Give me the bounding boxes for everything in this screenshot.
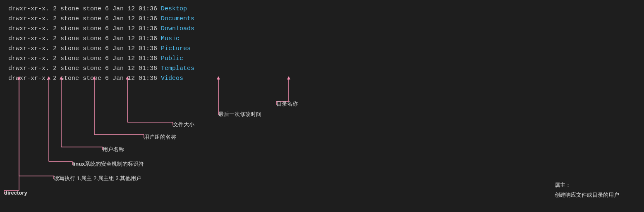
svg-text:最后一次修改时间: 最后一次修改时间 (218, 111, 261, 117)
perm-field: drwxr-xr-x. 2 stone stone 6 Jan 12 01:36 (8, 14, 161, 24)
owner-desc: 创建响应文件或目录的用户 (555, 190, 619, 200)
svg-text:目录名称: 目录名称 (276, 101, 298, 107)
dir-name-field[interactable]: Documents (161, 14, 194, 24)
svg-text:用户组的名称: 用户组的名称 (144, 134, 176, 140)
perm-field: drwxr-xr-x. 2 stone stone 6 Jan 12 01:36 (8, 24, 161, 34)
svg-text:directory: directory (4, 190, 27, 196)
table-row: drwxr-xr-x. 2 stone stone 6 Jan 12 01:36… (8, 34, 636, 44)
svg-text:文件大小: 文件大小 (173, 121, 194, 128)
dir-name-field[interactable]: Pictures (161, 44, 191, 54)
perm-field: drwxr-xr-x. 2 stone stone 6 Jan 12 01:36 (8, 64, 161, 74)
svg-text:linux系统的安全机制的标识符: linux系统的安全机制的标识符 (72, 161, 144, 167)
dir-name-field[interactable]: Videos (161, 74, 183, 84)
svg-text:用户名称: 用户名称 (103, 146, 124, 152)
terminal-output: drwxr-xr-x. 2 stone stone 6 Jan 12 01:36… (0, 0, 644, 88)
perm-field: drwxr-xr-x. 2 stone stone 6 Jan 12 01:36 (8, 34, 161, 44)
table-row: drwxr-xr-x. 2 stone stone 6 Jan 12 01:36… (8, 14, 636, 24)
table-row: drwxr-xr-x. 2 stone stone 6 Jan 12 01:36… (8, 24, 636, 34)
table-row: drwxr-xr-x. 2 stone stone 6 Jan 12 01:36… (8, 74, 636, 84)
right-annotation-box: 属主： 创建响应文件或目录的用户 (555, 180, 619, 200)
table-row: drwxr-xr-x. 2 stone stone 6 Jan 12 01:36… (8, 54, 636, 64)
dir-name-field[interactable]: Desktop (161, 4, 187, 14)
dir-name-field[interactable]: Downloads (161, 24, 194, 34)
owner-title: 属主： (555, 180, 619, 190)
perm-field: drwxr-xr-x. 2 stone stone 6 Jan 12 01:36 (8, 74, 161, 84)
table-row: drwxr-xr-x. 2 stone stone 6 Jan 12 01:36… (8, 4, 636, 14)
table-row: drwxr-xr-x. 2 stone stone 6 Jan 12 01:36… (8, 44, 636, 54)
svg-text:读写执行 1.属主 2.属主组 3.其他用户: 读写执行 1.属主 2.属主组 3.其他用户 (54, 175, 141, 181)
perm-field: drwxr-xr-x. 2 stone stone 6 Jan 12 01:36 (8, 4, 161, 14)
dir-name-field[interactable]: Music (161, 34, 180, 44)
dir-name-field[interactable]: Templates (161, 64, 194, 74)
table-row: drwxr-xr-x. 2 stone stone 6 Jan 12 01:36… (8, 64, 636, 74)
perm-field: drwxr-xr-x. 2 stone stone 6 Jan 12 01:36 (8, 54, 161, 64)
perm-field: drwxr-xr-x. 2 stone stone 6 Jan 12 01:36 (8, 44, 161, 54)
dir-name-field[interactable]: Public (161, 54, 183, 64)
